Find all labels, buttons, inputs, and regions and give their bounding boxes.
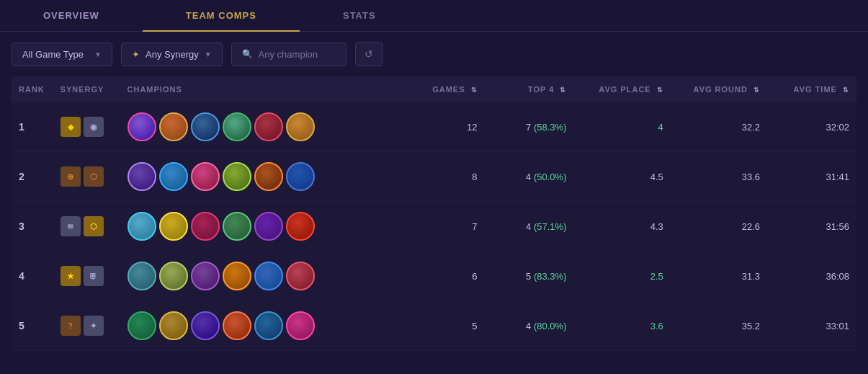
champion-avatar [254,112,283,141]
table-row[interactable]: 5 ? ✦ 5 4 (80.0%) 3.6 35.2 33:01 [12,301,856,351]
rank-cell: 1 [12,102,53,152]
table-row[interactable]: 4 ★ ⛨ 6 5 (83.3%) 2.5 31.3 36:08 [12,251,856,301]
synergy-badge-1: ⊕ [61,166,81,187]
champion-avatar [254,162,283,191]
game-type-dropdown[interactable]: All Game Type ▼ [12,43,112,66]
champion-avatar [286,311,315,340]
champion-avatar [159,112,188,141]
champion-avatar [223,112,251,141]
champions-cell [120,202,403,251]
champion-avatar [223,262,251,290]
avg-time-value: 32:02 [767,102,856,152]
champions-cell [120,152,403,202]
tab-stats[interactable]: STATS [300,0,419,31]
synergy-badge-2: ⬡ [84,166,104,187]
synergy-cell: ◈ ◉ [53,102,120,152]
top4-value: 5 (83.3%) [485,251,574,301]
rank-cell: 3 [12,202,53,251]
champion-avatar [223,212,251,241]
search-icon: 🔍 [242,49,253,59]
synergy-star-icon: ✦ [132,49,140,60]
champions-cell [120,301,403,351]
col-synergy: SYNERGY [53,76,120,102]
champion-avatar [191,311,220,340]
champion-avatar [127,112,156,141]
synergy-cell: ⊕ ⬡ [53,152,120,202]
top4-value: 7 (58.3%) [485,102,574,152]
champion-avatar [254,262,283,290]
games-value: 8 [403,152,485,202]
champion-avatar [254,311,283,340]
avg-place-value: 4.5 [573,152,670,202]
chevron-down-icon: ▼ [94,50,102,58]
champion-search[interactable]: 🔍 Any champion [231,43,346,66]
synergy-badge-2: ◉ [84,117,104,137]
chevron-down-icon: ▼ [205,50,212,58]
sort-icon: ⇅ [560,86,566,94]
champion-avatar [286,262,315,290]
synergy-badge-1: ≋ [61,216,81,236]
col-avg-round[interactable]: AVG ROUND ⇅ [671,76,767,102]
tab-overview[interactable]: OVERVIEW [0,0,143,31]
avg-place-value: 4 [573,102,670,152]
champion-avatar [191,212,220,241]
champion-avatar [159,262,188,290]
refresh-button[interactable]: ↺ [355,42,382,66]
champion-avatar [223,311,251,340]
avg-time-value: 33:01 [767,301,856,351]
avg-place-value: 3.6 [573,301,670,351]
champions-cell [120,251,403,301]
champion-avatar [127,262,156,290]
col-champions: CHAMPIONS [120,76,403,102]
col-avg-time[interactable]: AVG TIME ⇅ [767,76,856,102]
avg-round-value: 31.3 [671,251,767,301]
sort-icon: ⇅ [753,86,760,94]
table-row[interactable]: 3 ≋ ⬡ 7 4 (57.1%) 4.3 22.6 31:56 [12,202,856,251]
avg-time-value: 36:08 [767,251,856,301]
team-comps-table: RANK SYNERGY CHAMPIONS GAMES ⇅ TOP 4 ⇅ A… [0,76,868,351]
col-top4[interactable]: TOP 4 ⇅ [485,76,574,102]
top4-value: 4 (50.0%) [485,152,574,202]
col-games[interactable]: GAMES ⇅ [403,76,485,102]
champion-avatar [286,112,315,141]
champions-cell [120,102,403,152]
rank-cell: 2 [12,152,53,202]
avg-place-value: 2.5 [573,251,670,301]
avg-round-value: 32.2 [671,102,767,152]
top4-value: 4 (80.0%) [485,301,574,351]
games-value: 12 [403,102,485,152]
avg-round-value: 33.6 [671,152,767,202]
synergy-badge-2: ✦ [84,316,104,336]
top4-percent: (57.1%) [534,221,567,232]
tab-team-comps[interactable]: TEAM COMPS [143,0,300,31]
top4-percent: (83.3%) [534,271,567,282]
synergy-label: Any Synergy [146,49,199,60]
champion-avatar [127,162,156,191]
table-row[interactable]: 2 ⊕ ⬡ 8 4 (50.0%) 4.5 33.6 31:41 [12,152,856,202]
synergy-cell: ★ ⛨ [53,251,120,301]
avg-place-value: 4.3 [573,202,670,251]
synergy-dropdown[interactable]: ✦ Any Synergy ▼ [121,43,223,66]
table-row[interactable]: 1 ◈ ◉ 12 7 (58.3%) 4 32.2 32:02 [12,102,856,152]
avg-time-value: 31:41 [767,152,856,202]
synergy-cell: ? ✦ [53,301,120,351]
top4-percent: (58.3%) [534,122,567,133]
nav-tabs: OVERVIEW TEAM COMPS STATS [0,0,868,32]
sort-icon: ⇅ [843,86,849,94]
games-value: 6 [403,251,485,301]
synergy-badge-2: ⬡ [84,216,104,236]
champion-avatar [191,162,220,191]
champion-avatar [159,162,188,191]
synergy-cell: ≋ ⬡ [53,202,120,251]
games-value: 7 [403,202,485,251]
champion-avatar [191,262,220,290]
games-value: 5 [403,301,485,351]
synergy-badge-1: ◈ [61,117,81,137]
col-avg-place[interactable]: AVG PLACE ⇅ [573,76,670,102]
champion-avatar [159,212,188,241]
champion-avatar [191,112,220,141]
synergy-badge-1: ? [61,316,81,336]
avg-round-value: 22.6 [671,202,767,251]
top4-value: 4 (57.1%) [485,202,574,251]
synergy-badge-1: ★ [61,266,81,286]
